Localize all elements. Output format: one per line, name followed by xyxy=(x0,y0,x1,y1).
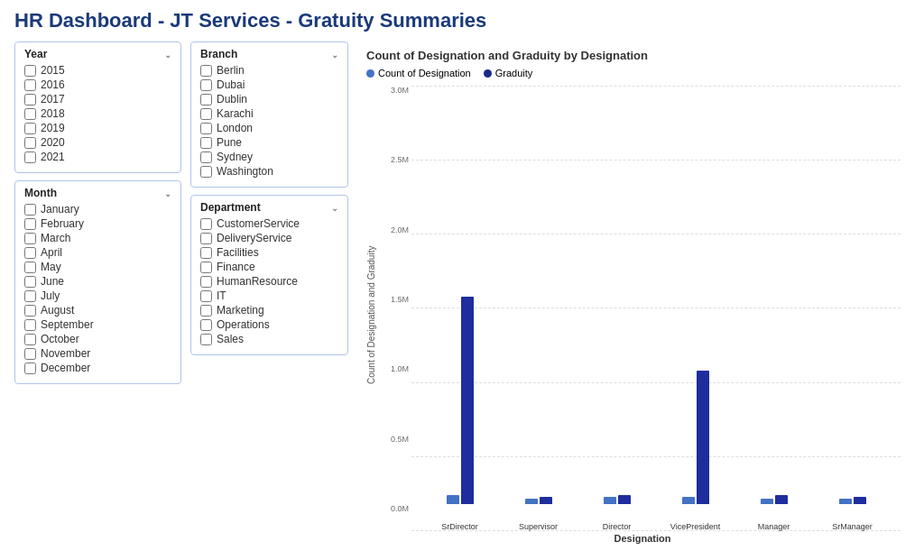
dept-label-IT: IT xyxy=(217,289,226,302)
department-chevron-icon[interactable]: ⌄ xyxy=(331,203,338,213)
month-checkbox-item: November xyxy=(24,347,171,360)
month-checkbox-January[interactable] xyxy=(24,204,36,216)
month-label-December: December xyxy=(41,362,90,374)
month-checkbox-item: October xyxy=(24,333,171,345)
bars-row xyxy=(604,495,631,504)
branch-checkbox-Berlin[interactable] xyxy=(200,65,212,77)
year-filter-header: Year ⌄ xyxy=(24,48,171,60)
dept-checkbox-HumanResource[interactable] xyxy=(200,276,212,288)
month-checkbox-September[interactable] xyxy=(24,319,36,331)
month-checkbox-April[interactable] xyxy=(24,247,36,259)
month-checkbox-December[interactable] xyxy=(24,363,36,374)
year-checkbox-2016[interactable] xyxy=(24,79,36,91)
dept-checkbox-Sales[interactable] xyxy=(200,334,212,345)
year-checkbox-2017[interactable] xyxy=(24,94,36,106)
month-filter-header: Month ⌄ xyxy=(24,187,171,199)
month-checkbox-August[interactable] xyxy=(24,305,36,317)
branch-label-Karachi: Karachi xyxy=(217,107,254,120)
chart-plot: 3.0M2.5M2.0M1.5M1.0M0.5M0.0M SrDirectorS… xyxy=(384,86,901,531)
bar-group-SrManager xyxy=(839,497,866,504)
bars-row xyxy=(447,297,474,504)
branch-checkbox-Dublin[interactable] xyxy=(200,94,212,106)
x-axis-title: Designation xyxy=(384,533,901,544)
y-label: 0.0M xyxy=(391,504,409,513)
month-checkbox-item: June xyxy=(24,275,171,288)
legend-dot-1 xyxy=(484,69,492,78)
gratuity-bar-Director xyxy=(618,495,631,504)
month-checkbox-item: March xyxy=(24,232,171,244)
month-chevron-icon[interactable]: ⌄ xyxy=(164,188,171,198)
left-panel: Year ⌄ 2015201620172018201920202021 Mont… xyxy=(14,41,181,551)
gratuity-bar-Supervisor xyxy=(540,497,552,504)
branch-checkbox-London[interactable] xyxy=(200,123,212,134)
dept-checkbox-item: Facilities xyxy=(200,246,338,259)
month-checkbox-November[interactable] xyxy=(24,348,36,360)
branch-checkbox-Washington[interactable] xyxy=(200,166,212,178)
branch-label-London: London xyxy=(217,122,253,134)
year-chevron-icon[interactable]: ⌄ xyxy=(164,50,171,60)
month-checkbox-item: February xyxy=(24,217,171,230)
branch-checkbox-Karachi[interactable] xyxy=(200,108,212,120)
year-checkbox-item: 2018 xyxy=(24,107,171,120)
department-checkboxes: CustomerServiceDeliveryServiceFacilities… xyxy=(200,217,338,345)
branch-label-Washington: Washington xyxy=(217,165,273,178)
branch-checkbox-item: Dubai xyxy=(200,78,338,91)
bar-group-SrDirector xyxy=(447,297,474,504)
department-filter-header: Department ⌄ xyxy=(200,201,338,214)
month-checkbox-July[interactable] xyxy=(24,290,36,302)
dept-checkbox-DeliveryService[interactable] xyxy=(200,233,212,244)
year-checkbox-2015[interactable] xyxy=(24,65,36,77)
month-filter-title: Month xyxy=(24,187,57,199)
dept-checkbox-CustomerService[interactable] xyxy=(200,218,212,230)
gratuity-bar-SrManager xyxy=(854,497,866,504)
month-checkbox-March[interactable] xyxy=(24,233,36,244)
legend-item-1: Graduity xyxy=(484,68,533,78)
bar-group-Supervisor xyxy=(525,497,552,504)
dept-checkbox-item: CustomerService xyxy=(200,217,338,230)
bar-group-Manager xyxy=(761,495,788,504)
y-label: 1.5M xyxy=(391,295,409,304)
chart-inner: 3.0M2.5M2.0M1.5M1.0M0.5M0.0M SrDirectorS… xyxy=(384,86,901,544)
bars-row xyxy=(525,497,552,504)
branch-checkbox-Dubai[interactable] xyxy=(200,79,212,91)
dept-checkbox-item: HumanResource xyxy=(200,275,338,288)
month-label-February: February xyxy=(41,217,84,230)
year-checkbox-2018[interactable] xyxy=(24,108,36,120)
count-bar-Manager xyxy=(761,499,773,504)
dept-checkbox-Operations[interactable] xyxy=(200,319,212,331)
branch-checkboxes: BerlinDubaiDublinKarachiLondonPuneSydney… xyxy=(200,64,338,178)
year-checkbox-2020[interactable] xyxy=(24,137,36,149)
year-checkbox-2019[interactable] xyxy=(24,123,36,134)
month-label-July: July xyxy=(41,289,60,302)
y-label: 2.5M xyxy=(391,155,409,164)
count-bar-Director xyxy=(604,497,616,504)
branch-checkbox-item: Washington xyxy=(200,165,338,178)
branch-filter-title: Branch xyxy=(200,48,237,60)
year-checkbox-2021[interactable] xyxy=(24,151,36,163)
month-checkbox-item: December xyxy=(24,362,171,374)
month-checkbox-item: May xyxy=(24,261,171,273)
count-bar-VicePresident xyxy=(682,497,695,504)
branch-checkbox-item: London xyxy=(200,122,338,134)
page: HR Dashboard - JT Services - Gratuity Su… xyxy=(0,0,924,560)
month-checkbox-June[interactable] xyxy=(24,276,36,288)
dept-checkbox-Finance[interactable] xyxy=(200,262,212,273)
department-filter-box: Department ⌄ CustomerServiceDeliveryServ… xyxy=(190,195,348,355)
month-label-May: May xyxy=(41,261,61,273)
branch-chevron-icon[interactable]: ⌄ xyxy=(331,50,338,60)
dept-checkbox-Facilities[interactable] xyxy=(200,247,212,259)
month-checkbox-October[interactable] xyxy=(24,334,36,345)
branch-checkbox-Sydney[interactable] xyxy=(200,151,212,163)
month-checkbox-May[interactable] xyxy=(24,262,36,273)
month-checkbox-February[interactable] xyxy=(24,218,36,230)
year-label-2015: 2015 xyxy=(41,64,65,77)
dept-label-CustomerService: CustomerService xyxy=(217,217,300,230)
month-checkbox-item: September xyxy=(24,318,171,331)
year-label-2018: 2018 xyxy=(41,107,65,120)
chart-title: Count of Designation and Graduity by Des… xyxy=(366,49,901,62)
dept-checkbox-Marketing[interactable] xyxy=(200,305,212,317)
month-filter-box: Month ⌄ JanuaryFebruaryMarchAprilMayJune… xyxy=(14,180,181,384)
dept-checkbox-IT[interactable] xyxy=(200,290,212,302)
x-label-Manager: Manager xyxy=(743,522,806,531)
branch-checkbox-Pune[interactable] xyxy=(200,137,212,149)
